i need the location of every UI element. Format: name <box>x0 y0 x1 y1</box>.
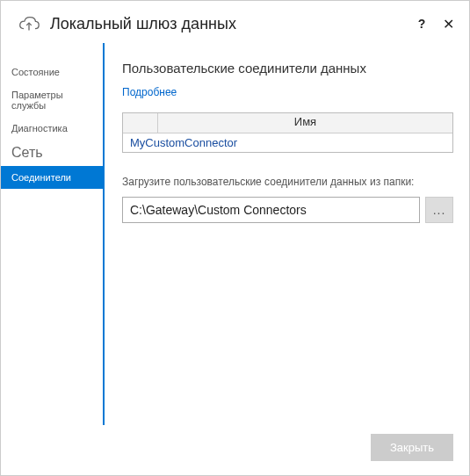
titlebar: Локальный шлюз данных ? ✕ <box>1 1 469 43</box>
content: Состояние Параметры службы Диагностика С… <box>1 43 469 425</box>
sidebar-item-status[interactable]: Состояние <box>1 61 103 83</box>
connectors-table: Имя MyCustomConnector <box>122 112 453 153</box>
table-row[interactable]: MyCustomConnector <box>123 133 452 152</box>
sidebar-item-service-settings[interactable]: Параметры службы <box>1 83 103 117</box>
help-icon[interactable]: ? <box>413 15 430 32</box>
folder-label: Загрузите пользовательские соединители д… <box>122 176 453 188</box>
folder-path-row: ... <box>122 197 453 223</box>
main-panel: Пользовательские соединители данных Подр… <box>105 43 469 425</box>
table-header: Имя <box>123 113 452 133</box>
sidebar-item-network[interactable]: Сеть <box>1 140 103 166</box>
folder-path-input[interactable] <box>122 197 420 223</box>
window-title: Локальный шлюз данных <box>50 15 404 33</box>
sidebar: Состояние Параметры службы Диагностика С… <box>1 43 105 425</box>
close-icon[interactable]: ✕ <box>439 15 457 32</box>
close-button[interactable]: Закрыть <box>371 434 453 461</box>
table-header-name: Имя <box>158 113 452 133</box>
sidebar-item-connectors[interactable]: Соединители <box>1 166 103 189</box>
table-header-drag <box>123 113 158 133</box>
footer: Закрыть <box>1 425 469 475</box>
browse-button[interactable]: ... <box>425 197 453 223</box>
cloud-upload-icon <box>17 11 41 36</box>
section-title: Пользовательские соединители данных <box>122 61 453 76</box>
learn-more-link[interactable]: Подробнее <box>122 86 453 98</box>
sidebar-item-diagnostics[interactable]: Диагностика <box>1 117 103 140</box>
